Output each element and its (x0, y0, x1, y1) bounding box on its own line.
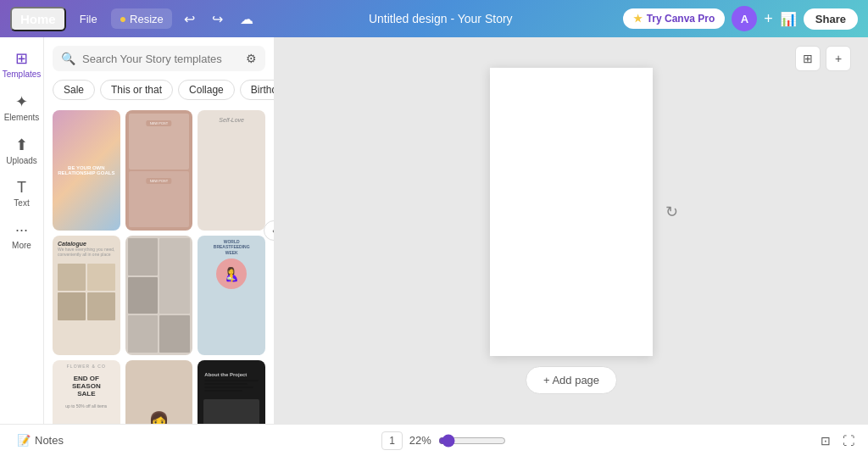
sidebar-item-elements[interactable]: ✦ Elements (3, 87, 41, 127)
loading-spinner: ↻ (665, 203, 678, 221)
sidebar-item-uploads[interactable]: ⬆ Uploads (3, 131, 41, 170)
sidebar-item-more[interactable]: ··· More (3, 216, 41, 255)
resize-button[interactable]: ● Resize (111, 8, 172, 29)
canvas-toolbar: ⊞ + (795, 46, 851, 71)
new-post-badge: NEW POST (147, 120, 171, 126)
bottom-bar: 📝 Notes 1 22% ⊡ ⛶ (0, 424, 868, 456)
chip-collage[interactable]: Collage (178, 80, 235, 100)
user-avatar-button[interactable]: A (732, 6, 757, 31)
left-sidebar: ⊞ Templates ✦ Elements ⬆ Uploads T Text … (0, 37, 44, 424)
fullscreen-button[interactable]: ⛶ (839, 431, 858, 451)
template-card-1[interactable]: BE YOUR OWN RELATIONSHIP GOALS (53, 110, 120, 231)
zoom-controls: 1 22% (77, 431, 810, 450)
sidebar-item-templates[interactable]: ⊞ Templates (3, 44, 41, 84)
sidebar-item-text[interactable]: T Text (3, 174, 41, 213)
filter-chips: Sale This or that Collage Birthday › (44, 76, 274, 107)
analytics-button[interactable]: 📊 (780, 11, 797, 27)
template-card-8[interactable]: 👩 Let beauty be... (125, 360, 193, 424)
canvas-page[interactable] (490, 68, 653, 356)
filter-button[interactable]: ⚙ (246, 52, 257, 65)
template-grid: BE YOUR OWN RELATIONSHIP GOALS NEW POST … (44, 107, 274, 424)
nav-right-actions: ★ Try Canva Pro A + 📊 Share (623, 6, 858, 31)
chip-sale[interactable]: Sale (53, 80, 95, 100)
more-icon: ··· (15, 221, 28, 239)
notes-icon: 📝 (17, 434, 31, 447)
sidebar-item-label: Elements (4, 113, 40, 122)
search-icon: 🔍 (61, 52, 75, 65)
search-box: 🔍 ⚙ (53, 46, 265, 71)
template-card-9[interactable]: About the Project 📷 (198, 360, 265, 424)
add-page-button[interactable]: + Add page (526, 366, 617, 394)
sidebar-item-label: Templates (3, 70, 42, 79)
templates-icon: ⊞ (15, 49, 28, 68)
sidebar-item-label: Text (14, 198, 29, 208)
search-input[interactable] (82, 53, 239, 65)
breastfeeding-illustration: 🤱 (216, 259, 247, 289)
main-area: ⊞ Templates ✦ Elements ⬆ Uploads T Text … (0, 37, 868, 424)
elements-icon: ✦ (15, 92, 28, 111)
template-card-6[interactable]: WORLDBREASTFEEDINGWEEK 🤱 (198, 236, 265, 356)
undo-button[interactable]: ↩ (179, 8, 200, 31)
fit-page-button[interactable]: ⊡ (817, 431, 834, 451)
file-menu-button[interactable]: File (73, 9, 104, 29)
template-card-3[interactable]: Self-Love (198, 110, 265, 231)
template-card-4[interactable]: Catalogue We have everything you need, c… (53, 236, 120, 356)
text-icon: T (17, 179, 26, 197)
canvas-wrapper: ↻ (490, 68, 653, 356)
zoom-value-label: 22% (409, 434, 431, 447)
canvas-area: ⊞ + ↻ + Add page (275, 37, 868, 424)
zoom-slider[interactable] (438, 434, 506, 448)
star-icon: ★ (633, 13, 643, 25)
resize-dot-icon: ● (120, 12, 126, 25)
share-button[interactable]: Share (804, 8, 858, 30)
sidebar-item-label: Uploads (6, 156, 37, 165)
page-number-button[interactable]: 1 (381, 431, 403, 450)
chip-this-or-that[interactable]: This or that (100, 80, 173, 100)
add-collaborator-button[interactable]: + (764, 10, 773, 28)
new-post-badge-2: NEW POST (147, 178, 171, 184)
document-title: Untitled design - Your Story (265, 12, 616, 25)
cloud-save-icon: ☁ (235, 8, 259, 31)
redo-button[interactable]: ↪ (207, 8, 228, 31)
uploads-icon: ⬆ (15, 136, 28, 154)
templates-panel: 🔍 ⚙ Sale This or that Collage Birthday ›… (44, 37, 275, 424)
template-card-7[interactable]: FLOWER & CO END OFSEASONSALE up to 50% o… (53, 360, 120, 424)
canvas-grid-button[interactable]: ⊞ (795, 46, 821, 71)
notes-label: Notes (35, 434, 64, 447)
top-navigation: Home File ● Resize ↩ ↪ ☁ Untitled design… (0, 0, 868, 37)
template-card-2[interactable]: NEW POST NEW POST (125, 110, 193, 231)
notes-button[interactable]: 📝 Notes (10, 431, 70, 450)
sidebar-item-label: More (12, 241, 31, 250)
chip-birthday[interactable]: Birthday (240, 80, 274, 100)
add-page-label: + Add page (543, 374, 599, 386)
try-canva-pro-button[interactable]: ★ Try Canva Pro (623, 8, 726, 29)
home-button[interactable]: Home (10, 7, 66, 31)
template-card-5[interactable] (125, 236, 193, 356)
search-area: 🔍 ⚙ (44, 37, 274, 76)
canvas-add-button[interactable]: + (826, 46, 851, 71)
bottom-right-tools: ⊡ ⛶ (817, 431, 858, 451)
